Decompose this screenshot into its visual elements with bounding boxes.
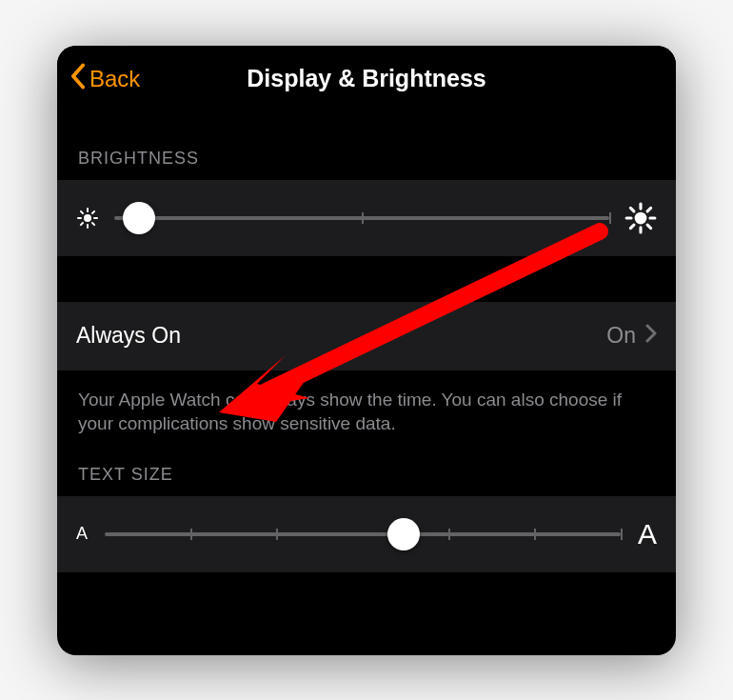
svg-line-14 bbox=[630, 208, 634, 211]
svg-line-16 bbox=[630, 225, 634, 229]
page-title: Display & Brightness bbox=[70, 65, 663, 92]
svg-line-17 bbox=[647, 208, 651, 211]
always-on-value: On bbox=[606, 323, 636, 349]
text-size-slider[interactable] bbox=[105, 532, 621, 536]
text-size-slider-thumb[interactable] bbox=[387, 518, 420, 550]
svg-line-15 bbox=[647, 225, 651, 229]
back-button[interactable]: Back bbox=[70, 63, 140, 95]
svg-line-6 bbox=[92, 223, 94, 225]
chevron-right-icon bbox=[645, 323, 657, 349]
settings-screen: Back Display & Brightness BRIGHTNESS Alw… bbox=[57, 46, 676, 655]
chevron-left-icon bbox=[70, 63, 86, 95]
always-on-row[interactable]: Always On On bbox=[57, 302, 676, 370]
svg-line-5 bbox=[81, 210, 83, 212]
text-size-min-label: A bbox=[76, 524, 88, 544]
svg-point-9 bbox=[635, 211, 647, 224]
brightness-slider[interactable] bbox=[114, 216, 609, 220]
back-label: Back bbox=[89, 66, 140, 92]
always-on-label: Always On bbox=[76, 323, 181, 349]
svg-point-0 bbox=[84, 214, 91, 222]
always-on-footer: Your Apple Watch can always show the tim… bbox=[57, 370, 676, 436]
brightness-slider-thumb[interactable] bbox=[123, 202, 155, 234]
nav-bar: Back Display & Brightness bbox=[57, 46, 676, 112]
text-size-slider-row: A A bbox=[57, 496, 676, 572]
sun-small-icon bbox=[76, 207, 99, 230]
brightness-header: BRIGHTNESS bbox=[57, 112, 676, 180]
sun-large-icon bbox=[624, 202, 657, 234]
text-size-header: TEXT SIZE bbox=[57, 436, 676, 496]
svg-line-8 bbox=[92, 210, 94, 212]
svg-line-7 bbox=[81, 223, 83, 225]
text-size-max-label: A bbox=[638, 518, 657, 550]
brightness-slider-row bbox=[57, 180, 676, 256]
